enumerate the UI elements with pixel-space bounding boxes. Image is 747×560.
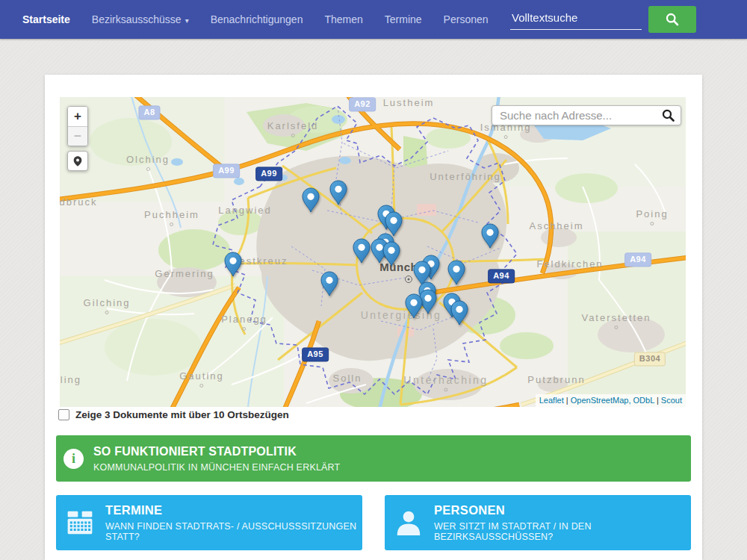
town-dot: [199, 384, 203, 388]
road-badge-a99: A99: [213, 164, 240, 178]
map-search-box: [492, 105, 681, 125]
city-center-symbol: [405, 276, 412, 283]
town-label-putzbrunn: Putzbrunn: [527, 375, 585, 385]
docs-filter-label[interactable]: Zeige 3 Dokumente mit über 10 Ortsbezüge…: [75, 409, 289, 420]
town-name: ßling: [60, 374, 81, 385]
town-label-aschheim: Aschheim: [529, 221, 583, 231]
town-dot: [444, 388, 448, 392]
town-label-unterf-hring: Unterföhring: [430, 172, 501, 181]
map-marker[interactable]: [302, 187, 320, 213]
map-marker[interactable]: [447, 260, 465, 285]
town-label-langwied: Langwied: [218, 205, 272, 215]
town-label-poing: Poing: [636, 209, 668, 225]
map-marker[interactable]: [382, 241, 400, 267]
map[interactable]: LustheimKarlsfeldIsmaningOlchingUnterföh…: [60, 97, 686, 407]
town-name: Planegg: [221, 314, 267, 325]
nav-items: StartseiteBezirksausschüsse▾Benachrichti…: [22, 13, 489, 25]
zoom-in-button[interactable]: +: [68, 107, 87, 126]
map-marker[interactable]: [329, 180, 347, 205]
attribution-link-openstreetmap-odbl[interactable]: OpenStreetMap, ODbL: [571, 396, 654, 405]
card-personen[interactable]: PERSONENWER SITZT IM STADTRAT / IN DEN B…: [385, 495, 691, 550]
fulltext-search-input[interactable]: [510, 10, 642, 30]
nav-item-label: Termine: [385, 13, 422, 25]
town-label-dbruck: dbruck: [60, 197, 98, 207]
map-marker[interactable]: [450, 300, 468, 326]
town-name: Solln: [333, 373, 362, 384]
town-label-feldkirchen: Feldkirchen: [536, 259, 603, 269]
attribution-link-leaflet[interactable]: Leaflet: [539, 396, 564, 405]
town-dot: [146, 167, 149, 171]
attribution-link-scout[interactable]: Scout: [661, 396, 682, 405]
town-name: Gilching: [84, 297, 131, 308]
town-label-karlsfeld: Karlsfeld: [267, 121, 319, 137]
nav-item-themen[interactable]: Themen: [324, 13, 362, 25]
info-banner[interactable]: i SO FUNKTIONIERT STADTPOLITIK KOMMUNALP…: [56, 435, 691, 482]
map-marker[interactable]: [405, 293, 423, 319]
locate-button[interactable]: [67, 151, 88, 171]
nav-item-label: Themen: [324, 13, 362, 25]
town-name: Puchheim: [144, 209, 199, 220]
docs-filter: Zeige 3 Dokumente mit über 10 Ortsbezüge…: [58, 409, 289, 420]
town-name: Unterhaching: [403, 374, 488, 386]
nav-item-label: Bezirksausschüsse: [92, 13, 182, 25]
town-label-germering: Germering: [155, 269, 214, 279]
calendar-icon: [65, 508, 95, 538]
map-marker[interactable]: [320, 271, 338, 296]
info-banner-title: SO FUNKTIONIERT STADTPOLITIK: [93, 445, 340, 458]
nav-item-label: Startseite: [22, 13, 70, 25]
town-label-olching: Olching: [126, 155, 170, 171]
town-name: Unterföhring: [430, 171, 501, 182]
nav-item-termine[interactable]: Termine: [385, 13, 422, 25]
town-name: Feldkirchen: [536, 258, 603, 270]
road-badge-a94: A94: [624, 252, 651, 267]
town-name: Vaterstetten: [581, 312, 651, 323]
town-name: Olching: [126, 154, 170, 165]
road-badge-b304: B304: [634, 352, 666, 366]
card-text: TERMINEWANN FINDEN STADTRATS- / AUSSCHUS…: [105, 503, 362, 542]
town-name: dbruck: [60, 196, 98, 208]
road-badge-a94: A94: [488, 269, 515, 283]
town-label-ling: ßling: [60, 375, 81, 385]
address-search-icon[interactable]: [661, 108, 675, 122]
town-label-gilching: Gilching: [84, 298, 131, 314]
town-dot: [504, 135, 508, 139]
town-label-vaterstetten: Vaterstetten: [581, 313, 651, 329]
map-marker[interactable]: [353, 238, 371, 264]
search-icon: [665, 12, 680, 27]
town-dot: [105, 311, 109, 314]
nav-item-benachrichtigungen[interactable]: Benachrichtigungen: [211, 13, 303, 25]
map-marker[interactable]: [481, 223, 499, 249]
location-pin-icon: [72, 155, 84, 167]
chevron-down-icon: ▾: [185, 16, 189, 25]
town-name: Aschheim: [529, 220, 583, 231]
zoom-out-button[interactable]: −: [68, 126, 87, 146]
nav-search: [510, 6, 696, 33]
nav-item-label: Personen: [444, 13, 489, 25]
road-badge-a95: A95: [302, 347, 329, 361]
address-search-input[interactable]: [492, 109, 661, 122]
content-card: LustheimKarlsfeldIsmaningOlchingUnterföh…: [45, 75, 702, 560]
card-text: PERSONENWER SITZT IM STADTRAT / IN DEN B…: [434, 503, 691, 542]
town-label-gauting: Gauting: [179, 371, 224, 388]
town-dot: [170, 223, 174, 226]
town-name: Langwied: [218, 205, 272, 216]
info-banner-subtitle: KOMMUNALPOLITIK IN MÜNCHEN EINFACH ERKLÄ…: [93, 462, 340, 473]
nav-item-startseite[interactable]: Startseite: [22, 13, 70, 25]
card-termine[interactable]: TERMINEWANN FINDEN STADTRATS- / AUSSCHUS…: [56, 495, 362, 550]
town-label-solln: Solln: [333, 373, 362, 383]
road-badge-a8: A8: [138, 105, 160, 119]
town-name: Karlsfeld: [267, 120, 319, 131]
map-attribution: Leaflet | OpenStreetMap, ODbL | Scout: [536, 394, 686, 407]
nav-item-label: Benachrichtigungen: [211, 13, 303, 25]
card-title: PERSONEN: [434, 503, 691, 517]
town-label-planegg: Planegg: [221, 314, 267, 331]
nav-item-bezirksaussch-sse[interactable]: Bezirksausschüsse▾: [92, 13, 189, 25]
road-badge-a99: A99: [255, 167, 282, 181]
card-subtitle: WANN FINDEN STADTRATS- / AUSSCHUSSSITZUN…: [105, 521, 362, 542]
docs-filter-checkbox[interactable]: [58, 409, 69, 420]
fulltext-search-button[interactable]: [648, 6, 696, 33]
nav-item-personen[interactable]: Personen: [444, 13, 489, 25]
top-navbar: StartseiteBezirksausschüsse▾Benachrichti…: [0, 0, 747, 39]
map-marker[interactable]: [224, 252, 242, 277]
town-name: Germering: [155, 268, 214, 279]
